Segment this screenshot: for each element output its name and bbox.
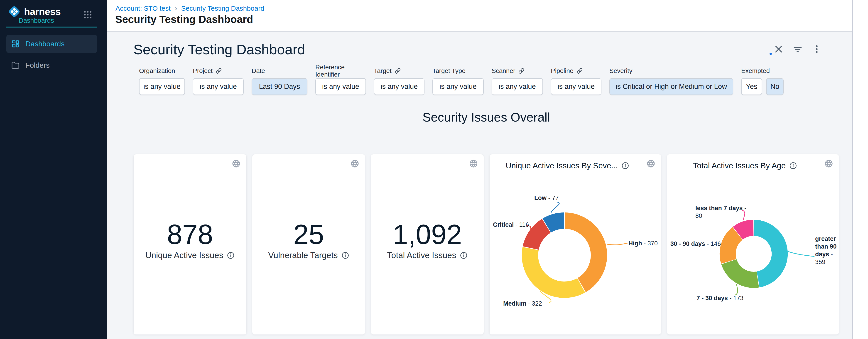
sidebar-item-folders[interactable]: Folders [6, 56, 97, 74]
filter-pipeline: Pipeline is any value [551, 67, 601, 95]
exempted-no-chip[interactable]: No [766, 78, 784, 95]
stat-value: 25 [252, 221, 365, 248]
donut-leader-line [735, 284, 738, 295]
cards-row: 878 Unique Active Issues 25 Vulnerable T… [133, 154, 839, 335]
filter-value-chip[interactable]: is any value [432, 78, 484, 95]
globe-icon [232, 159, 241, 168]
breadcrumb-account-link[interactable]: Account: STO test [116, 4, 170, 12]
stat-label: Vulnerable Targets [268, 251, 338, 260]
filter-value-chip[interactable]: is any value [139, 78, 185, 95]
donut-segment-critical[interactable] [531, 226, 546, 248]
info-icon[interactable] [460, 252, 468, 259]
stat-card-vulnerable-targets: 25 Vulnerable Targets [252, 154, 365, 335]
filter-label: Pipeline [551, 67, 574, 75]
donut-segment-7-30-days[interactable] [729, 262, 758, 280]
donut-segment-greater-than-90-days[interactable] [754, 228, 780, 280]
filter-target: Target is any value [374, 67, 425, 95]
globe-icon [469, 159, 478, 168]
donut-card-issues-by-severity: Unique Active Issues By Seve... High - 3… [489, 154, 661, 335]
breadcrumb: Account: STO test › Security Testing Das… [116, 4, 264, 12]
donut-leader-line [788, 252, 814, 256]
filter-scanner: Scanner is any value [492, 67, 543, 95]
module-picker-grid-icon[interactable] [84, 10, 92, 19]
sidebar-module-label: Dashboards [19, 17, 54, 24]
filter-reference-identifier: Reference Identifier is any value [315, 67, 366, 95]
link-icon [216, 68, 222, 74]
dashboard-actions [773, 44, 822, 55]
donut-callout-label: greater than 90 days - 359 [815, 235, 841, 266]
brand-name: harness [24, 6, 61, 17]
filter-label: Scanner [492, 67, 515, 75]
filter-value-chip[interactable]: is Critical or High or Medium or Low [609, 78, 733, 95]
info-icon[interactable] [227, 252, 235, 259]
filter-label: Exempted [741, 67, 770, 75]
stat-value: 878 [134, 221, 246, 248]
filter-label: Reference Identifier [315, 64, 366, 78]
donut-segment-high[interactable] [565, 221, 599, 285]
filter-value-chip[interactable]: is any value [315, 78, 366, 95]
section-title: Security Issues Overall [133, 110, 839, 124]
filter-date: Date Last 90 Days [252, 67, 307, 95]
link-icon [577, 68, 583, 74]
info-icon[interactable] [341, 252, 349, 259]
stat-card-unique-active-issues: 878 Unique Active Issues [133, 154, 247, 335]
filter-exempted: Exempted Yes No [741, 67, 784, 95]
exempted-yes-chip[interactable]: Yes [741, 78, 762, 95]
sidebar-divider [6, 27, 97, 28]
top-header: Account: STO test › Security Testing Das… [106, 0, 852, 32]
kebab-menu-icon[interactable] [811, 44, 822, 55]
filter-value-chip[interactable]: is any value [374, 78, 425, 95]
donut-callout-label: 30 - 90 days - 146 [671, 240, 725, 248]
filter-label: Project [193, 67, 213, 75]
link-icon [395, 68, 401, 74]
donut-segment-low[interactable] [547, 221, 564, 226]
donut-callout-label: less than 7 days - 80 [695, 204, 754, 220]
filter-label: Organization [139, 67, 175, 75]
filter-label: Target [374, 67, 392, 75]
folder-icon [11, 61, 20, 69]
filter-project: Project is any value [193, 67, 244, 95]
donut-callout-label: Medium - 322 [503, 300, 562, 307]
sidebar: harness Dashboards Dashboards [0, 0, 106, 339]
filter-icon[interactable] [792, 44, 803, 55]
dashboards-icon [11, 40, 20, 48]
filter-severity: Severity is Critical or High or Medium o… [609, 67, 733, 95]
page-title: Security Testing Dashboard [115, 13, 253, 25]
filter-label: Date [252, 67, 265, 75]
donut-leader-line [551, 202, 559, 214]
donut-leader-line [607, 243, 627, 245]
filter-label: Target Type [432, 67, 466, 75]
dashboard-title: Security Testing Dashboard [133, 41, 305, 57]
donut-segment-less-than-7-days[interactable] [738, 228, 753, 233]
donut-callout-label: 7 - 30 days - 173 [696, 294, 753, 302]
breadcrumb-current-link[interactable]: Security Testing Dashboard [181, 4, 264, 12]
scrollbar-gutter[interactable] [852, 0, 868, 339]
filter-label: Severity [609, 67, 632, 75]
filter-target-type: Target Type is any value [432, 67, 484, 95]
donut-card-issues-by-age: Total Active Issues By Age greater than … [667, 154, 839, 335]
donut-segment-medium[interactable] [530, 249, 581, 290]
dashboard-panel: Security Testing Dashboard Organization … [106, 32, 852, 339]
close-icon[interactable] [773, 44, 784, 55]
stat-card-total-active-issues: 1,092 Total Active Issues [371, 154, 484, 335]
filter-bar: Organization is any value Project is any… [139, 67, 784, 95]
breadcrumb-separator: › [175, 4, 177, 12]
filter-organization: Organization is any value [139, 67, 185, 95]
sidebar-nav: Dashboards Folders [6, 35, 97, 74]
globe-icon [350, 159, 359, 168]
filter-value-chip[interactable]: Last 90 Days [252, 78, 307, 95]
donut-segment-30-90-days[interactable] [727, 233, 737, 261]
filter-value-chip[interactable]: is any value [492, 78, 543, 95]
filter-value-chip[interactable]: is any value [193, 78, 244, 95]
filter-value-chip[interactable]: is any value [551, 78, 601, 95]
sidebar-item-label: Dashboards [25, 40, 65, 48]
stat-label: Unique Active Issues [146, 251, 223, 260]
donut-callout-label: Low - 77 [504, 194, 559, 202]
notification-dot [770, 53, 772, 55]
stat-value: 1,092 [371, 221, 484, 248]
link-icon [518, 68, 524, 74]
donut-callout-label: Critical - 116 [493, 221, 543, 229]
sidebar-item-dashboards[interactable]: Dashboards [6, 35, 97, 53]
stat-label: Total Active Issues [387, 251, 456, 260]
sidebar-item-label: Folders [25, 61, 50, 69]
